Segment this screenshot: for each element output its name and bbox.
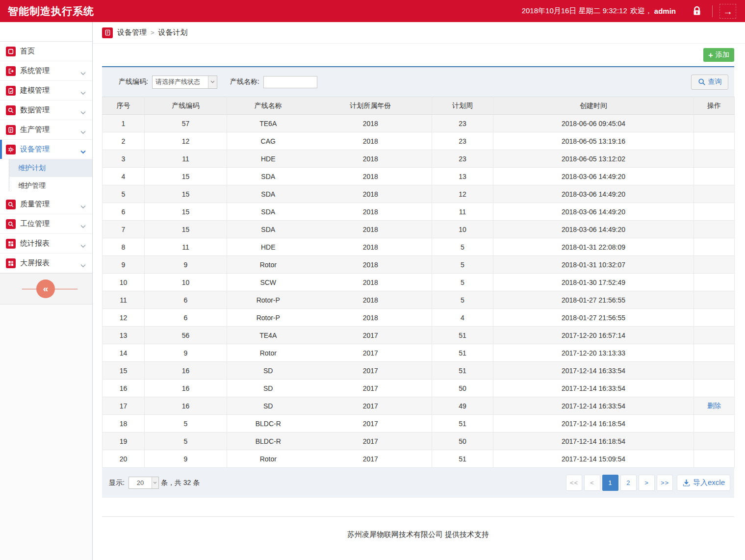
table-row: 311HDE2018232018-06-05 13:12:02	[103, 150, 735, 168]
cell-actions	[694, 309, 735, 327]
footer-text: 苏州凌犀物联网技术有限公司 提供技术支持	[102, 517, 734, 539]
sidebar-item-home[interactable]: 首页	[0, 42, 92, 61]
sidebar-item-statistics[interactable]: 统计报表	[0, 234, 92, 254]
col-header-seq: 序号	[103, 97, 145, 115]
top-bar: 智能制造执行系统 2018年10月16日 星期二 9:32:12 欢迎， adm…	[0, 0, 745, 22]
cell-plan-week: 10	[432, 221, 493, 238]
sidebar-collapse-button[interactable]: «	[36, 280, 55, 298]
cell-line-code: 16	[145, 397, 227, 415]
table-row: 715SDA2018102018-03-06 14:49:20	[103, 221, 735, 238]
cell-seq: 12	[103, 309, 145, 327]
prev-page-button[interactable]: <	[584, 475, 600, 491]
sidebar-item-production[interactable]: 生产管理	[0, 120, 92, 140]
page-size-select[interactable]: 20	[128, 477, 159, 489]
toolbar: + 添加	[102, 44, 734, 66]
sidebar-item-label: 建模管理	[20, 86, 50, 95]
cell-plan-week: 4	[432, 309, 493, 327]
cell-plan-year: 2017	[309, 362, 432, 380]
breadcrumb-separator: >	[151, 29, 154, 36]
cell-line-name: HDE	[227, 238, 309, 256]
page-1-button[interactable]: 1	[602, 475, 618, 491]
sidebar-filler	[0, 305, 92, 560]
first-page-button[interactable]: <<	[566, 475, 582, 491]
submenu-item-maintenance-plan[interactable]: 维护计划	[9, 159, 92, 177]
sidebar-item-bigscreen[interactable]: 大屏报表	[0, 254, 92, 273]
cell-line-name: SDA	[227, 221, 309, 238]
sidebar-item-data[interactable]: 数据管理	[0, 101, 92, 120]
breadcrumb: 设备管理 > 设备计划	[93, 22, 745, 44]
sidebar-item-equipment[interactable]: 设备管理	[0, 140, 92, 159]
search-button-label: 查询	[708, 77, 722, 86]
modeling-icon	[6, 86, 16, 96]
cell-actions	[694, 256, 735, 274]
submenu-item-maintenance-management[interactable]: 维护管理	[9, 177, 92, 195]
line-name-input[interactable]	[263, 76, 317, 88]
cell-plan-year: 2018	[309, 150, 432, 168]
breadcrumb-section[interactable]: 设备管理	[117, 28, 147, 37]
page-footer: 苏州凌犀物联网技术有限公司 提供技术支持	[102, 516, 734, 539]
delete-link[interactable]: 删除	[707, 402, 721, 409]
cell-seq: 8	[103, 238, 145, 256]
cell-seq: 16	[103, 380, 145, 397]
cell-created-at: 2018-01-27 21:56:55	[493, 291, 694, 309]
add-button-label: 添加	[716, 51, 729, 59]
chevron-down-icon	[80, 108, 86, 116]
cell-seq: 2	[103, 132, 145, 150]
cell-actions	[694, 185, 735, 203]
plan-table: 序号 产线编码 产线名称 计划所属年份 计划周 创建时间 操作 157TE6A2…	[102, 97, 735, 468]
sidebar-item-system[interactable]: 系统管理	[0, 61, 92, 81]
lock-icon[interactable]	[689, 4, 705, 19]
cell-line-code: 6	[145, 291, 227, 309]
last-page-button[interactable]: >>	[657, 475, 673, 491]
cell-plan-week: 13	[432, 168, 493, 185]
cell-actions	[694, 291, 735, 309]
chevron-down-icon	[80, 261, 86, 269]
line-status-select[interactable]: 请选择产线状态	[152, 76, 217, 89]
cell-created-at: 2017-12-14 16:33:54	[493, 397, 694, 415]
app-title: 智能制造执行系统	[8, 4, 94, 18]
table-row: 99Rotor201852018-01-31 10:32:07	[103, 256, 735, 274]
cell-created-at: 2017-12-14 16:18:54	[493, 433, 694, 450]
cell-plan-year: 2017	[309, 433, 432, 450]
add-button[interactable]: + 添加	[703, 48, 734, 62]
cell-line-code: 9	[145, 256, 227, 274]
cell-actions: 删除	[694, 397, 735, 415]
import-excel-button[interactable]: 导入excle	[677, 475, 730, 491]
cell-actions	[694, 415, 735, 433]
cell-plan-week: 23	[432, 115, 493, 132]
cell-created-at: 2018-01-27 21:56:55	[493, 309, 694, 327]
cell-plan-week: 11	[432, 203, 493, 221]
table-row: 195BLDC-R2017502017-12-14 16:18:54	[103, 433, 735, 450]
cell-plan-year: 2018	[309, 291, 432, 309]
cell-line-name: BLDC-R	[227, 415, 309, 433]
page-2-button[interactable]: 2	[620, 475, 637, 491]
chevron-down-icon	[80, 69, 86, 77]
table-row: 415SDA2018132018-03-06 14:49:20	[103, 168, 735, 185]
equipment-submenu: 维护计划 维护管理	[0, 159, 92, 195]
cell-created-at: 2018-03-06 14:49:20	[493, 221, 694, 238]
logout-arrow-icon[interactable]: →	[719, 4, 736, 19]
cell-actions	[694, 238, 735, 256]
sidebar-item-modeling[interactable]: 建模管理	[0, 81, 92, 101]
sidebar-item-quality[interactable]: 质量管理	[0, 195, 92, 214]
sidebar-item-station[interactable]: 工位管理	[0, 214, 92, 234]
cell-line-code: 5	[145, 415, 227, 433]
cell-actions	[694, 274, 735, 291]
table-row: 615SDA2018112018-03-06 14:49:20	[103, 203, 735, 221]
next-page-button[interactable]: >	[639, 475, 655, 491]
sidebar-collapse-bar: «	[0, 273, 92, 305]
cell-created-at: 2018-03-06 14:49:20	[493, 203, 694, 221]
table-row: 1516SD2017512017-12-14 16:33:54	[103, 362, 735, 380]
chevron-down-icon	[80, 222, 86, 230]
breadcrumb-current: 设备计划	[158, 28, 188, 37]
search-button[interactable]: 查询	[691, 75, 728, 90]
cell-plan-year: 2018	[309, 274, 432, 291]
table-row: 212CAG2018232018-06-05 13:19:16	[103, 132, 735, 150]
table-row: 1616SD2017502017-12-14 16:33:54	[103, 380, 735, 397]
cell-line-name: TE4A	[227, 327, 309, 344]
cell-plan-year: 2017	[309, 397, 432, 415]
cell-plan-year: 2018	[309, 132, 432, 150]
cell-line-name: SD	[227, 362, 309, 380]
cell-created-at: 2018-03-06 14:49:20	[493, 185, 694, 203]
search-icon	[6, 219, 16, 229]
